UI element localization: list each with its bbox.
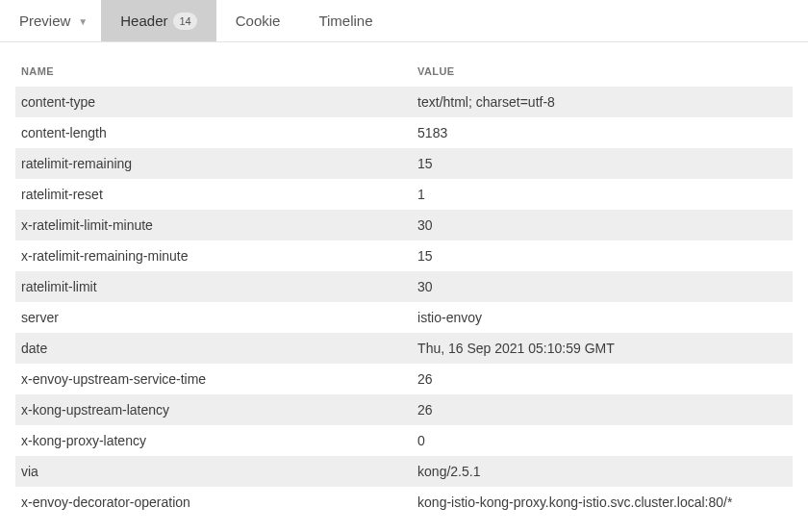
tab-cookie[interactable]: Cookie [216, 0, 300, 41]
table-row: content-typetext/html; charset=utf-8 [15, 87, 793, 117]
table-row: x-kong-proxy-latency0 [15, 425, 793, 456]
header-value: kong/2.5.1 [412, 456, 793, 487]
caret-down-icon: ▼ [78, 16, 88, 27]
table-row: x-ratelimit-limit-minute30 [15, 210, 793, 241]
header-name: x-envoy-decorator-operation [15, 487, 412, 518]
table-row: x-kong-upstream-latency26 [15, 394, 793, 425]
headers-table: NAME VALUE content-typetext/html; charse… [15, 56, 793, 518]
header-value: 26 [412, 394, 793, 425]
headers-panel: NAME VALUE content-typetext/html; charse… [0, 42, 808, 518]
header-name: date [15, 333, 412, 364]
header-value: 15 [412, 148, 793, 179]
header-name: content-length [15, 117, 412, 148]
table-row: x-ratelimit-remaining-minute15 [15, 241, 793, 271]
table-row: ratelimit-remaining15 [15, 148, 793, 179]
tab-preview[interactable]: Preview ▼ [0, 0, 101, 41]
header-value: 0 [412, 425, 793, 456]
tab-preview-label: Preview [19, 13, 70, 29]
header-name: x-kong-upstream-latency [15, 394, 412, 425]
tab-header-badge: 14 [173, 13, 196, 30]
header-name: x-envoy-upstream-service-time [15, 364, 412, 394]
table-row: x-envoy-upstream-service-time26 [15, 364, 793, 394]
table-row: viakong/2.5.1 [15, 456, 793, 487]
header-value: 15 [412, 241, 793, 271]
table-row: x-envoy-decorator-operationkong-istio-ko… [15, 487, 793, 518]
tab-header[interactable]: Header 14 [101, 0, 215, 41]
header-value: text/html; charset=utf-8 [412, 87, 793, 117]
table-row: content-length5183 [15, 117, 793, 148]
table-row: ratelimit-limit30 [15, 271, 793, 302]
tab-header-label: Header [120, 13, 167, 29]
tab-cookie-label: Cookie [236, 13, 281, 29]
header-value: 30 [412, 210, 793, 241]
column-name: NAME [15, 56, 412, 87]
header-name: x-ratelimit-limit-minute [15, 210, 412, 241]
header-name: x-kong-proxy-latency [15, 425, 412, 456]
column-value: VALUE [412, 56, 793, 87]
header-value: 26 [412, 364, 793, 394]
tab-timeline[interactable]: Timeline [299, 0, 391, 41]
header-name: via [15, 456, 412, 487]
header-name: ratelimit-limit [15, 271, 412, 302]
header-name: x-ratelimit-remaining-minute [15, 241, 412, 271]
header-name: content-type [15, 87, 412, 117]
header-value: 1 [412, 179, 793, 210]
header-name: server [15, 302, 412, 333]
header-name: ratelimit-remaining [15, 148, 412, 179]
header-value: Thu, 16 Sep 2021 05:10:59 GMT [412, 333, 793, 364]
header-name: ratelimit-reset [15, 179, 412, 210]
header-value: istio-envoy [412, 302, 793, 333]
header-value: kong-istio-kong-proxy.kong-istio.svc.clu… [412, 487, 793, 518]
tab-bar: Preview ▼ Header 14 Cookie Timeline [0, 0, 808, 42]
header-value: 30 [412, 271, 793, 302]
table-row: dateThu, 16 Sep 2021 05:10:59 GMT [15, 333, 793, 364]
tab-timeline-label: Timeline [318, 13, 372, 29]
table-row: ratelimit-reset1 [15, 179, 793, 210]
header-value: 5183 [412, 117, 793, 148]
table-row: serveristio-envoy [15, 302, 793, 333]
